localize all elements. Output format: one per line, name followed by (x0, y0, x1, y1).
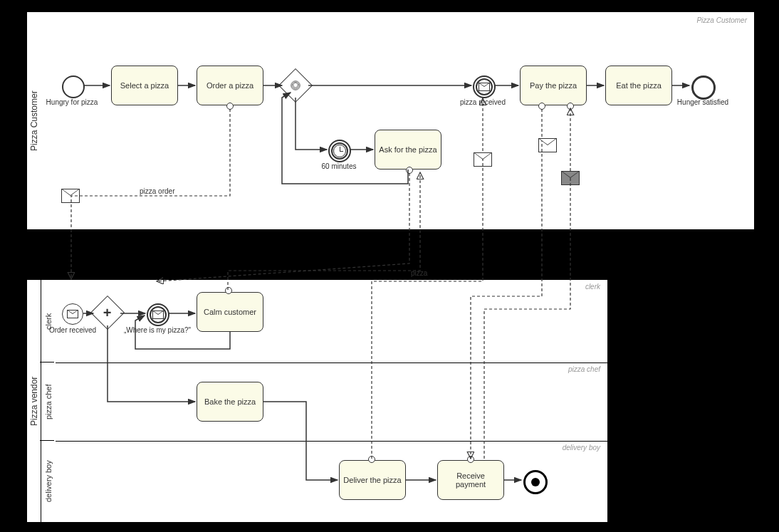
assoc-circle-6 (368, 456, 375, 463)
envelope-icon-2 (67, 310, 78, 318)
task-pay-pizza: Pay the pizza (520, 66, 587, 105)
assoc-circle-4 (567, 103, 574, 110)
label-pizza-received: pizza received (456, 98, 509, 106)
lane-div-stub-2 (40, 440, 54, 441)
lane-divider-2 (55, 441, 607, 442)
lane-title-clerk: clerk (585, 283, 600, 291)
lane-label-clerk: clerk (41, 280, 56, 363)
pool-label-customer: Pizza Customer (26, 12, 41, 229)
lane-title-customer: Pizza Customer (696, 16, 747, 24)
plus-icon: + (103, 305, 112, 320)
svg-marker-2 (293, 83, 298, 88)
end-event-satisfied (691, 75, 716, 100)
lane-label-delivery: delivery boy (41, 441, 56, 522)
label-satisfied: Hunger satisfied (671, 98, 735, 106)
lane-title-delivery: delivery boy (563, 444, 600, 452)
assoc-circle-2 (406, 167, 413, 174)
pool-customer: Pizza Customer Pizza Customer (26, 11, 755, 230)
event-where-pizza (147, 303, 169, 326)
assoc-circle-3 (538, 103, 545, 110)
task-deliver-pizza: Deliver the pizza (339, 460, 406, 500)
msg-icon-order (61, 189, 80, 203)
start-event-order-received (62, 303, 83, 325)
msg-icon-money (538, 138, 557, 152)
envelope-icon (479, 83, 490, 91)
event-pizza-received (473, 75, 496, 98)
assoc-circle-7 (467, 456, 474, 463)
envelope-icon-3 (152, 311, 164, 319)
lane-divider-1 (55, 363, 607, 363)
task-calm-customer: Calm customer (197, 292, 263, 332)
task-select-pizza: Select a pizza (111, 66, 178, 105)
label-where-pizza: „Where is my pizza?" (118, 326, 197, 334)
svg-point-1 (292, 82, 299, 89)
msg-icon-pizza (474, 152, 492, 167)
clock-icon (333, 145, 346, 157)
lane-title-chef: pizza chef (568, 365, 600, 373)
task-receive-payment: Receive payment (437, 460, 504, 500)
label-order-received: Order received (43, 326, 103, 334)
lane-div-stub-1 (40, 362, 54, 363)
assoc-circle-1 (226, 103, 234, 110)
timer-event-60min (328, 140, 351, 162)
assoc-circle-5 (225, 287, 232, 294)
label-60min: 60 minutes (318, 162, 360, 170)
label-hungry: Hungry for pizza (43, 98, 101, 106)
task-ask-pizza: Ask for the pizza (375, 130, 441, 169)
msg-icon-receipt (561, 171, 580, 185)
end-event-vendor (523, 470, 548, 494)
pentagon-icon (291, 80, 300, 90)
start-event-hungry (62, 75, 85, 98)
task-order-pizza: Order a pizza (197, 66, 263, 105)
task-bake-pizza: Bake the pizza (197, 382, 263, 422)
pool-label-vendor: Pizza vendor (26, 280, 41, 522)
task-eat-pizza: Eat the pizza (605, 66, 672, 105)
label-pizza-order: pizza order (140, 187, 174, 195)
lane-label-chef: pizza chef (41, 363, 56, 441)
label-pizza: pizza (411, 269, 427, 277)
